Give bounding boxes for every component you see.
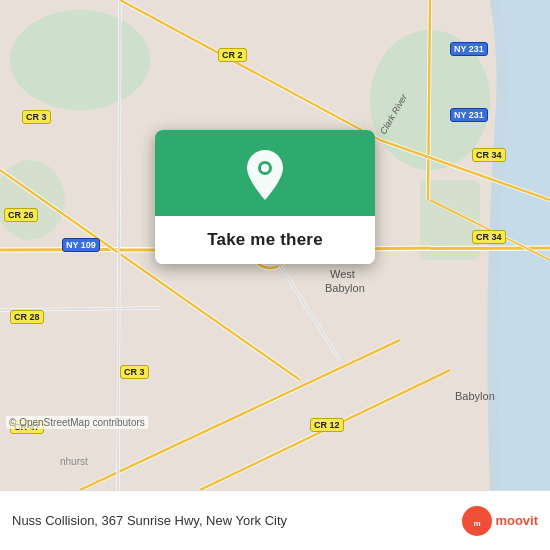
- road-label-cr3-bot: CR 3: [120, 365, 149, 379]
- road-label-cr12: CR 12: [310, 418, 344, 432]
- moovit-logo-icon: m: [461, 505, 493, 537]
- bottom-bar: Nuss Collision, 367 Sunrise Hwy, New Yor…: [0, 490, 550, 550]
- road-label-ny231-top: NY 231: [450, 42, 488, 56]
- svg-text:West: West: [330, 268, 355, 280]
- location-pin-icon: [243, 148, 287, 202]
- svg-point-1: [10, 10, 150, 110]
- popup-green-area: [155, 130, 375, 216]
- road-label-cr2: CR 2: [218, 48, 247, 62]
- take-me-there-button[interactable]: Take me there: [155, 216, 375, 264]
- road-label-cr3-top: CR 3: [22, 110, 51, 124]
- moovit-logo: m moovit: [461, 505, 538, 537]
- map-container: Clark River West Babylon Babylon nhurst …: [0, 0, 550, 490]
- svg-point-41: [261, 164, 269, 172]
- place-label: Nuss Collision, 367 Sunrise Hwy, New Yor…: [12, 513, 453, 528]
- moovit-text: moovit: [495, 513, 538, 528]
- svg-text:Babylon: Babylon: [325, 282, 365, 294]
- road-label-cr26: CR 26: [4, 208, 38, 222]
- road-label-ny109: NY 109: [62, 238, 100, 252]
- svg-text:Babylon: Babylon: [455, 390, 495, 402]
- road-label-cr28: CR 28: [10, 310, 44, 324]
- popup-card: Take me there: [155, 130, 375, 264]
- road-label-cr34-top: CR 34: [472, 148, 506, 162]
- svg-text:m: m: [474, 519, 481, 528]
- svg-text:nhurst: nhurst: [60, 456, 88, 467]
- road-label-cr34-bot: CR 34: [472, 230, 506, 244]
- road-label-ny231-bot: NY 231: [450, 108, 488, 122]
- map-attribution: © OpenStreetMap contributors: [6, 416, 148, 429]
